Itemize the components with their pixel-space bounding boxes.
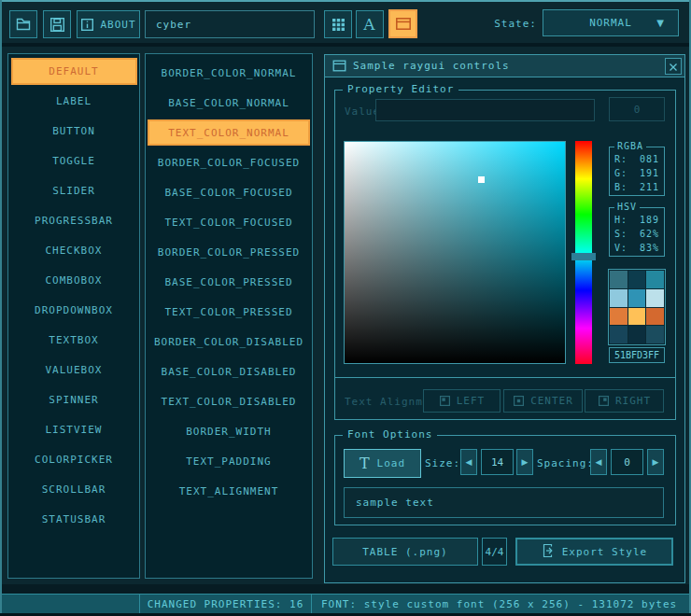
export-style-button[interactable]: Export Style — [515, 538, 673, 566]
font-load-button[interactable]: T Load — [344, 449, 421, 478]
hue-slider[interactable] — [575, 141, 592, 364]
value-input[interactable] — [375, 99, 595, 121]
window-titlebar[interactable]: Sample raygui controls — [325, 55, 684, 77]
about-button[interactable]: ABOUT — [77, 10, 140, 38]
palette-color-swatch[interactable] — [610, 326, 628, 343]
state-dropdown[interactable]: NORMAL ▼ — [543, 9, 679, 36]
list-item-button[interactable]: BUTTON — [11, 118, 137, 145]
spacing-label: Spacing: — [537, 457, 594, 469]
palette-color-swatch[interactable] — [610, 308, 628, 326]
size-increase-button[interactable]: ▶ — [516, 449, 533, 475]
list-item-border_color_focused[interactable]: BORDER_COLOR_FOCUSED — [148, 149, 310, 175]
value-spinner-label: 0 — [634, 104, 641, 116]
font-atlas-button[interactable]: A — [356, 10, 384, 38]
color-palette-grid — [608, 269, 666, 345]
list-item-slider[interactable]: SLIDER — [11, 177, 137, 204]
palette-color-swatch[interactable] — [628, 289, 646, 307]
chevron-down-icon: ▼ — [656, 18, 665, 28]
list-item-textbox[interactable]: TEXTBOX — [11, 327, 137, 354]
align-left-icon — [439, 395, 451, 407]
rgba-b-row: B:211 — [610, 180, 664, 194]
edit-grid-button[interactable] — [324, 10, 352, 38]
list-item-label[interactable]: LABEL — [11, 88, 137, 115]
hsv-group-label: HSV — [614, 202, 640, 212]
size-decrease-button[interactable]: ◀ — [460, 449, 477, 475]
list-item-checkbox[interactable]: CHECKBOX — [11, 237, 137, 264]
app-border-left — [0, 0, 2, 614]
palette-color-swatch[interactable] — [628, 271, 646, 288]
properties-list: BORDER_COLOR_NORMALBASE_COLOR_NORMALTEXT… — [145, 53, 313, 579]
open-style-button[interactable] — [9, 10, 37, 38]
close-button[interactable] — [665, 58, 682, 75]
format-counter[interactable]: 4/4 — [482, 538, 507, 566]
list-item-colorpicker[interactable]: COLORPICKER — [11, 446, 137, 473]
rgba-r-row: R:081 — [610, 152, 664, 166]
list-item-scrollbar[interactable]: SCROLLBAR — [11, 476, 137, 503]
palette-color-swatch[interactable] — [646, 326, 664, 343]
palette-color-swatch[interactable] — [646, 308, 664, 326]
align-left-button[interactable]: LEFT — [423, 389, 501, 413]
palette-color-swatch[interactable] — [610, 271, 628, 288]
rgba-g-row: G:191 — [610, 166, 664, 180]
letter-a-icon: A — [363, 15, 375, 34]
palette-color-swatch[interactable] — [610, 289, 628, 307]
palette-color-swatch[interactable] — [628, 326, 646, 343]
export-format-button[interactable]: TABLE (.png) — [332, 538, 478, 566]
hue-slider-handle[interactable] — [571, 253, 596, 260]
size-value-box[interactable]: 14 — [481, 449, 514, 475]
hex-color-input[interactable]: 51BFD3FF — [609, 347, 665, 363]
app-border-top — [0, 0, 691, 2]
list-item-border_width[interactable]: BORDER_WIDTH — [148, 418, 310, 444]
sample-text-value: sample text — [356, 497, 434, 509]
list-item-text_padding[interactable]: TEXT_PADDING — [148, 448, 310, 474]
list-item-default[interactable]: DEFAULT — [11, 58, 137, 85]
list-item-base_color_focused[interactable]: BASE_COLOR_FOCUSED — [148, 179, 310, 205]
list-item-statusbar[interactable]: STATUSBAR — [11, 506, 137, 533]
about-button-label: ABOUT — [100, 19, 135, 31]
list-item-listview[interactable]: LISTVIEW — [11, 416, 137, 443]
list-item-base_color_disabled[interactable]: BASE_COLOR_DISABLED — [148, 358, 310, 385]
hsv-v-row: V:83% — [610, 241, 664, 255]
property-editor-group: Property Editor Value: 0 RGBA R:081 G:19… — [334, 90, 676, 420]
window-title: Sample raygui controls — [353, 60, 510, 72]
list-item-border_color_normal[interactable]: BORDER_COLOR_NORMAL — [148, 60, 310, 86]
list-item-text_color_normal[interactable]: TEXT_COLOR_NORMAL — [148, 119, 310, 146]
list-item-text_color_pressed[interactable]: TEXT_COLOR_PRESSED — [148, 299, 310, 325]
export-icon — [542, 543, 556, 561]
list-item-text_alignment[interactable]: TEXT_ALIGNMENT — [148, 478, 310, 504]
style-table-view-button[interactable] — [388, 9, 417, 38]
close-icon — [669, 58, 678, 76]
spacing-increase-button[interactable]: ▶ — [647, 449, 664, 475]
align-center-button[interactable]: CENTER — [503, 389, 583, 413]
saturation-value-picker[interactable] — [344, 141, 566, 364]
info-icon — [80, 18, 94, 32]
list-item-border_color_pressed[interactable]: BORDER_COLOR_PRESSED — [148, 239, 310, 265]
palette-color-swatch[interactable] — [646, 271, 664, 288]
arrow-left-icon: ◀ — [596, 457, 602, 467]
align-left-label: LEFT — [457, 395, 486, 407]
style-name-input[interactable]: cyber — [145, 10, 315, 38]
sample-text-input[interactable]: sample text — [344, 487, 664, 518]
list-item-text_color_focused[interactable]: TEXT_COLOR_FOCUSED — [148, 209, 310, 235]
align-right-button[interactable]: RIGHT — [585, 389, 664, 413]
spacing-value-box[interactable]: 0 — [611, 449, 643, 475]
value-spinner-button[interactable]: 0 — [609, 97, 665, 121]
palette-color-swatch[interactable] — [646, 289, 664, 307]
save-style-button[interactable] — [43, 10, 71, 38]
list-item-valuebox[interactable]: VALUEBOX — [11, 357, 137, 384]
list-item-base_color_pressed[interactable]: BASE_COLOR_PRESSED — [148, 269, 310, 295]
list-item-text_color_disabled[interactable]: TEXT_COLOR_DISABLED — [148, 388, 310, 414]
list-item-border_color_disabled[interactable]: BORDER_COLOR_DISABLED — [148, 329, 310, 355]
list-item-dropdownbox[interactable]: DROPDOWNBOX — [11, 297, 137, 324]
list-item-progressbar[interactable]: PROGRESSBAR — [11, 207, 137, 234]
palette-color-swatch[interactable] — [628, 308, 646, 326]
spacing-decrease-button[interactable]: ◀ — [590, 449, 607, 475]
list-item-toggle[interactable]: TOGGLE — [11, 147, 137, 175]
list-item-combobox[interactable]: COMBOBOX — [11, 267, 137, 294]
size-value: 14 — [491, 456, 503, 469]
list-item-base_color_normal[interactable]: BASE_COLOR_NORMAL — [148, 90, 310, 116]
list-item-spinner[interactable]: SPINNER — [11, 386, 137, 413]
rgba-group: RGBA R:081 G:191 B:211 — [609, 147, 665, 196]
state-dropdown-value: NORMAL — [589, 17, 632, 29]
color-cursor[interactable] — [478, 176, 485, 183]
